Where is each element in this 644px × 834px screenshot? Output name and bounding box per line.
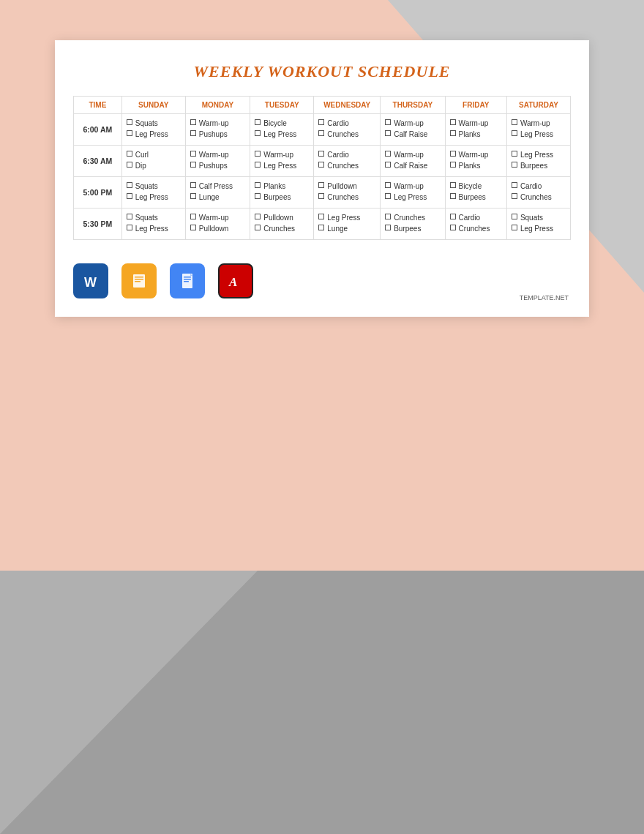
exercise-item: Burpees [385, 224, 440, 233]
exercise-checkbox[interactable] [512, 225, 517, 230]
exercise-checkbox[interactable] [127, 151, 132, 157]
exercise-checkbox[interactable] [450, 214, 456, 219]
exercise-checkbox[interactable] [127, 182, 132, 188]
exercise-item: Squats [127, 213, 181, 222]
exercise-item: Crunches [512, 192, 566, 202]
exercise-checkbox[interactable] [318, 225, 324, 230]
time-cell: 5:00 PM [74, 177, 122, 209]
exercise-checkbox[interactable] [450, 130, 456, 136]
exercise-checkbox[interactable] [385, 119, 391, 125]
cell-tuesday-row1: Warm-upLeg Press [250, 146, 314, 177]
exercise-checkbox[interactable] [512, 151, 517, 157]
exercise-checkbox[interactable] [255, 225, 261, 230]
exercise-checkbox[interactable] [190, 151, 196, 157]
exercise-checkbox[interactable] [190, 130, 196, 136]
exercise-checkbox[interactable] [190, 162, 196, 168]
exercise-item: Pushups [190, 161, 245, 170]
exercise-checkbox[interactable] [318, 130, 324, 136]
exercise-checkbox[interactable] [385, 151, 391, 157]
exercise-checkbox[interactable] [318, 151, 324, 157]
exercise-checkbox[interactable] [255, 130, 261, 136]
cell-friday-row2: BicycleBurpees [445, 177, 506, 209]
cell-sunday-row2: SquatsLeg Press [121, 177, 185, 209]
cell-wednesday-row1: CardioCrunches [314, 146, 381, 177]
exercise-label: Warm-up [263, 150, 293, 159]
exercise-checkbox[interactable] [385, 214, 391, 219]
exercise-checkbox[interactable] [255, 151, 261, 157]
exercise-checkbox[interactable] [450, 193, 456, 199]
exercise-item: Calf Press [190, 181, 245, 191]
acrobat-icon[interactable]: A [218, 263, 253, 298]
exercise-checkbox[interactable] [385, 193, 391, 199]
exercise-checkbox[interactable] [385, 162, 391, 168]
exercise-checkbox[interactable] [318, 162, 324, 168]
exercise-item: Pulldown [255, 213, 309, 222]
exercise-checkbox[interactable] [385, 225, 391, 230]
exercise-item: Leg Press [512, 224, 566, 233]
exercise-checkbox[interactable] [318, 193, 324, 199]
exercise-label: Crunches [263, 224, 295, 233]
exercise-checkbox[interactable] [255, 193, 261, 199]
exercise-item: Warm-up [450, 150, 502, 159]
exercise-checkbox[interactable] [318, 182, 324, 188]
cell-sunday-row0: SquatsLeg Press [121, 114, 185, 146]
exercise-checkbox[interactable] [127, 225, 132, 230]
exercise-checkbox[interactable] [450, 225, 456, 230]
exercise-checkbox[interactable] [450, 182, 456, 188]
exercise-item: Leg Press [127, 129, 181, 139]
exercise-item: Warm-up [255, 150, 309, 159]
exercise-checkbox[interactable] [190, 182, 196, 188]
exercise-checkbox[interactable] [318, 214, 324, 219]
exercise-label: Leg Press [520, 224, 553, 233]
exercise-checkbox[interactable] [127, 130, 132, 136]
exercise-label: Warm-up [459, 150, 489, 159]
exercise-checkbox[interactable] [385, 182, 391, 188]
header-thursday: THURSDAY [381, 97, 445, 114]
cell-monday-row0: Warm-upPushups [185, 114, 250, 146]
exercise-checkbox[interactable] [512, 214, 517, 219]
cell-saturday-row0: Warm-upLeg Press [506, 114, 570, 146]
exercise-checkbox[interactable] [190, 225, 196, 230]
exercise-checkbox[interactable] [318, 119, 324, 125]
exercise-checkbox[interactable] [512, 162, 517, 168]
exercise-checkbox[interactable] [127, 162, 132, 168]
exercise-checkbox[interactable] [190, 214, 196, 219]
exercise-checkbox[interactable] [127, 119, 132, 125]
word-icon[interactable]: W [73, 263, 108, 298]
header-saturday: SATURDAY [506, 97, 570, 114]
exercise-checkbox[interactable] [127, 193, 132, 199]
cell-sunday-row1: CurlDip [121, 146, 185, 177]
cell-saturday-row2: CardioCrunches [506, 177, 570, 209]
svg-text:W: W [84, 275, 97, 290]
exercise-checkbox[interactable] [385, 130, 391, 136]
header-row: TIME SUNDAY MONDAY TUESDAY WEDNESDAY THU… [74, 97, 571, 114]
exercise-checkbox[interactable] [255, 119, 261, 125]
exercise-checkbox[interactable] [512, 193, 517, 199]
exercise-checkbox[interactable] [255, 162, 261, 168]
exercise-item: Crunches [318, 129, 375, 139]
exercise-checkbox[interactable] [450, 162, 456, 168]
pages-icon[interactable] [121, 263, 157, 298]
exercise-checkbox[interactable] [255, 182, 261, 188]
template-badge: TEMPLATE.NET [514, 292, 574, 304]
exercise-label: Pulldown [263, 213, 293, 222]
exercise-item: Lunge [190, 192, 245, 202]
exercise-label: Pulldown [327, 181, 357, 191]
exercise-checkbox[interactable] [512, 130, 517, 136]
exercise-checkbox[interactable] [512, 119, 517, 125]
google-docs-icon[interactable] [170, 263, 205, 298]
exercise-checkbox[interactable] [255, 214, 261, 219]
exercise-checkbox[interactable] [450, 151, 456, 157]
exercise-item: Squats [127, 181, 181, 191]
exercise-checkbox[interactable] [512, 182, 517, 188]
exercise-checkbox[interactable] [190, 119, 196, 125]
app-icons-row: W A [73, 256, 571, 298]
exercise-label: Leg Press [135, 192, 168, 202]
exercise-item: Leg Press [127, 192, 181, 202]
header-tuesday: TUESDAY [250, 97, 314, 114]
exercise-checkbox[interactable] [127, 214, 132, 219]
exercise-checkbox[interactable] [190, 193, 196, 199]
exercise-checkbox[interactable] [450, 119, 456, 125]
cell-saturday-row3: SquatsLeg Press [506, 209, 570, 240]
exercise-item: Burpees [512, 161, 566, 170]
